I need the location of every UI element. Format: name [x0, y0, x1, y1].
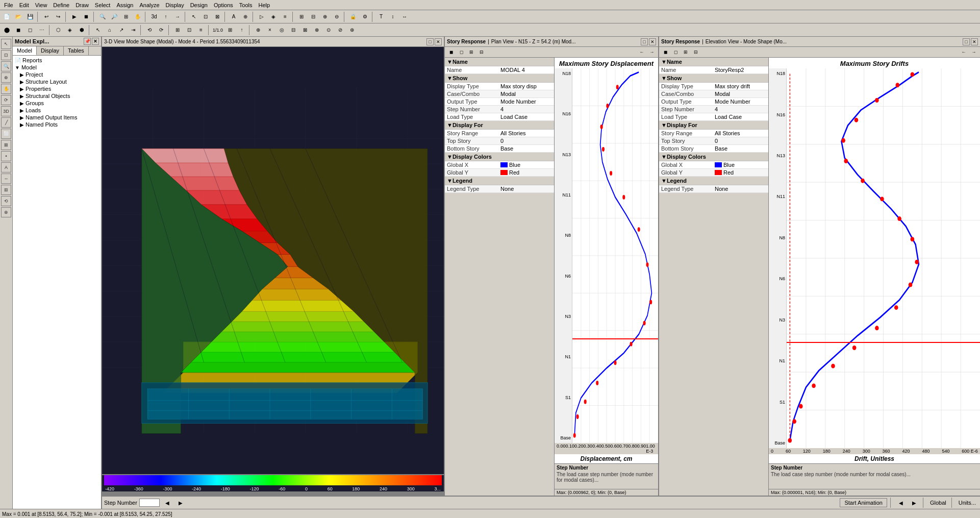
tb-t2[interactable]: ↕ — [387, 11, 398, 22]
tb-plan[interactable]: ↑ — [160, 11, 171, 22]
tree-structure-layout[interactable]: ▶ Structure Layout — [14, 78, 100, 85]
tb2-16[interactable]: ≡ — [195, 24, 207, 36]
side-3d[interactable]: 3D — [1, 106, 11, 116]
menu-help[interactable]: Help — [256, 1, 273, 9]
tb2-snap9[interactable]: ⊛ — [346, 24, 358, 36]
side-select[interactable]: ↖ — [1, 39, 11, 49]
side-node[interactable]: • — [1, 151, 11, 161]
tb2-snap1[interactable]: ⊕ — [253, 24, 264, 36]
story1-show-header[interactable]: ▼ Show — [445, 74, 554, 83]
tb2-17[interactable]: ⊞ — [224, 24, 236, 36]
tb-open[interactable]: 📂 — [13, 11, 24, 22]
side-label[interactable]: A — [1, 162, 11, 172]
story2-name-header[interactable]: ▼ Name — [659, 58, 768, 66]
tb-elev[interactable]: → — [172, 11, 183, 22]
tree-project[interactable]: ▶ Project — [14, 71, 100, 78]
tree-named-plots[interactable]: ▶ Named Plots — [14, 121, 100, 128]
tb2-3[interactable]: ◻ — [24, 24, 36, 36]
tree-loads[interactable]: ▶ Loads — [14, 107, 100, 114]
tb2-snap7[interactable]: ⊙ — [323, 24, 334, 36]
explorer-pin-btn[interactable]: 📌 — [84, 38, 91, 45]
story2-tb3[interactable]: ⊞ — [681, 47, 690, 57]
tb2-7[interactable]: ⬢ — [76, 24, 87, 36]
tb2-8[interactable]: ↖ — [92, 24, 104, 36]
tb2-5[interactable]: ⬡ — [53, 24, 64, 36]
story1-maximize[interactable]: □ — [641, 38, 648, 45]
tb2-14[interactable]: ⊞ — [172, 24, 183, 36]
story1-displayfor-header[interactable]: ▼ Display For — [445, 121, 554, 130]
menu-display[interactable]: Display — [163, 1, 187, 9]
tb-t1[interactable]: T — [375, 11, 387, 22]
tb-select3[interactable]: ⊠ — [212, 11, 223, 22]
tb2-4[interactable]: ⋯ — [36, 24, 47, 36]
tb2-2[interactable]: ◼ — [13, 24, 24, 36]
story1-legend-header[interactable]: ▼ Legend — [445, 177, 554, 185]
story1-tb-right2[interactable]: → — [647, 47, 657, 57]
tb-zoom-fit[interactable]: ⊞ — [120, 11, 132, 22]
tb-zoom-out[interactable]: 🔎 — [109, 11, 120, 22]
tb-stop[interactable]: ⏹ — [81, 11, 92, 22]
view-3d-maximize[interactable]: □ — [426, 38, 434, 45]
story2-displaycolors-header[interactable]: ▼ Display Colors — [659, 153, 768, 161]
tb2-10[interactable]: ↗ — [116, 24, 127, 36]
step-input[interactable] — [139, 499, 160, 507]
tb-settings[interactable]: ⚙ — [359, 11, 370, 22]
tb-analyze[interactable]: ▷ — [256, 11, 267, 22]
units-label[interactable]: Units... — [957, 500, 978, 506]
tb2-6[interactable]: ◈ — [64, 24, 76, 36]
tb-assign1[interactable]: A — [228, 11, 239, 22]
tab-tables[interactable]: Tables — [64, 46, 89, 55]
tb2-9[interactable]: ⌂ — [104, 24, 115, 36]
side-zoom2[interactable]: ⊕ — [1, 72, 11, 83]
explorer-close-btn[interactable]: ✕ — [92, 38, 99, 45]
tb-zoom-in[interactable]: 🔍 — [97, 11, 108, 22]
step-next[interactable]: ▶ — [175, 497, 186, 508]
menu-options[interactable]: Options — [211, 1, 236, 9]
tab-model[interactable]: Model — [13, 46, 37, 55]
tb-extra2[interactable]: ⊟ — [308, 11, 319, 22]
menu-design[interactable]: Design — [187, 1, 211, 9]
tb-extra3[interactable]: ⊕ — [319, 11, 331, 22]
story1-tb2[interactable]: ◻ — [457, 47, 466, 57]
story2-tb4[interactable]: ⊟ — [691, 47, 700, 57]
tb2-1[interactable]: ⬤ — [1, 24, 12, 36]
menu-view[interactable]: View — [32, 1, 51, 9]
story2-maximize[interactable]: □ — [963, 38, 970, 45]
tb-lock[interactable]: 🔒 — [347, 11, 359, 22]
menu-assign[interactable]: Assign — [113, 1, 136, 9]
story1-close[interactable]: ✕ — [649, 38, 656, 45]
side-draw3[interactable]: ⊠ — [1, 140, 11, 150]
tb-new[interactable]: 📄 — [1, 11, 12, 22]
tree-structural-objects[interactable]: ▶ Structural Objects — [14, 92, 100, 100]
tb-3d[interactable]: 3d — [148, 11, 160, 22]
tb2-snap8[interactable]: ⊘ — [335, 24, 346, 36]
bottom-prev[interactable]: ◀ — [895, 497, 907, 508]
story1-tb3[interactable]: ⊞ — [467, 47, 476, 57]
story2-tb-right1[interactable]: ← — [959, 47, 968, 57]
tree-named-output[interactable]: ▶ Named Output Items — [14, 114, 100, 121]
menu-select[interactable]: Select — [92, 1, 114, 9]
tb-extra4[interactable]: ⊖ — [331, 11, 342, 22]
tree-properties[interactable]: ▶ Properties — [14, 85, 100, 92]
story1-displaycolors-header[interactable]: ▼ Display Colors — [445, 153, 554, 161]
side-zoom[interactable]: 🔍 — [1, 61, 11, 71]
story2-tb1[interactable]: ◼ — [661, 47, 670, 57]
story1-tb1[interactable]: ◼ — [446, 47, 456, 57]
menu-edit[interactable]: Edit — [16, 1, 32, 9]
tree-groups[interactable]: ▶ Groups — [14, 100, 100, 107]
tb-display2[interactable]: ≡ — [280, 11, 291, 22]
side-rotate[interactable]: ⟳ — [1, 95, 11, 105]
step-prev[interactable]: ◀ — [162, 497, 173, 508]
side-draw2[interactable]: ⬜ — [1, 129, 11, 139]
story2-tb2[interactable]: ◻ — [671, 47, 680, 57]
tb-save[interactable]: 💾 — [24, 11, 36, 22]
tb-display1[interactable]: ◈ — [268, 11, 279, 22]
side-section[interactable]: ⊞ — [1, 185, 11, 195]
tb-run[interactable]: ▶ — [69, 11, 80, 22]
tb-undo[interactable]: ↩ — [41, 11, 52, 22]
tb-t3[interactable]: ↔ — [399, 11, 410, 22]
tb-pan[interactable]: ✋ — [132, 11, 143, 22]
menu-analyze[interactable]: Analyze — [136, 1, 162, 9]
story1-name-header[interactable]: ▼ Name — [445, 58, 554, 66]
bottom-next[interactable]: ▶ — [909, 497, 920, 508]
